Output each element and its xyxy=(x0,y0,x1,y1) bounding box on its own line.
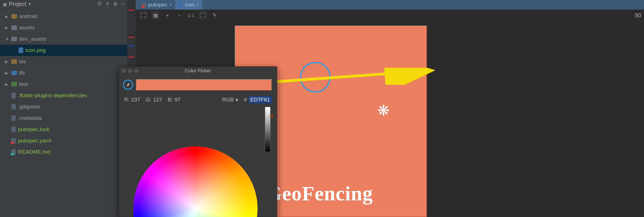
color-values-row: R:237 G:127 B:97 RGB ▾ # ED7F61 xyxy=(119,93,277,107)
img-file-icon xyxy=(179,2,183,7)
gutter-marker xyxy=(128,45,135,47)
b-label: B: xyxy=(168,97,173,103)
r-value[interactable]: 237 xyxy=(131,97,140,103)
tree-item-pubspec-yaml[interactable]: pubspec.yaml xyxy=(0,135,127,146)
zoom-readout: 50 xyxy=(635,12,644,19)
zoom-out-icon[interactable]: － xyxy=(176,12,183,19)
folder-icon xyxy=(11,71,17,75)
project-title[interactable]: Project ▼ xyxy=(3,1,95,7)
color-picker-eyedropper-icon[interactable]: ✎ xyxy=(211,12,218,19)
tree-item-lib[interactable]: ▶lib xyxy=(0,67,127,79)
file-icon xyxy=(11,115,16,121)
project-folder-icon xyxy=(3,1,7,7)
window-minimize-icon[interactable] xyxy=(128,69,132,73)
tree-disclosure-icon[interactable]: ▶ xyxy=(5,25,9,30)
folder-icon xyxy=(11,37,17,41)
tree-item-label: .metadata xyxy=(18,115,42,121)
file-icon xyxy=(11,127,16,132)
tree-item-label: test xyxy=(19,81,28,87)
project-tree: ▶android▶assets▼dev_assetsicon.png▶ios▶l… xyxy=(0,8,127,158)
tree-item-test[interactable]: ▶test xyxy=(0,79,127,90)
logo-flower-icon: ❋ xyxy=(377,102,390,119)
project-dropdown-icon: ▼ xyxy=(28,2,31,6)
gutter-marker xyxy=(128,37,135,38)
r-label: R: xyxy=(124,97,129,103)
project-title-label: Project xyxy=(9,1,26,7)
tree-item-dev-assets[interactable]: ▼dev_assets xyxy=(0,33,127,45)
g-label: G: xyxy=(146,97,152,103)
tree-item-label: android xyxy=(19,13,37,19)
tree-item-label: icon.png xyxy=(25,47,46,53)
tree-item-label: ios xyxy=(19,58,26,65)
grid-icon[interactable]: ▦ xyxy=(152,12,159,19)
tree-item-label: assets xyxy=(19,25,35,31)
tree-disclosure-icon[interactable]: ▶ xyxy=(5,82,9,86)
window-zoom-icon[interactable] xyxy=(134,69,138,73)
eyedropper-button[interactable] xyxy=(123,80,133,90)
tab-label: icon xyxy=(185,2,194,8)
tree-item--flutter-plugins-dependencies[interactable]: .flutter-plugins-dependencies xyxy=(0,90,127,101)
tree-item-ios[interactable]: ▶ios xyxy=(0,56,127,67)
color-wheel-area xyxy=(119,107,277,209)
file-icon xyxy=(11,93,16,98)
file-icon xyxy=(19,47,23,53)
editor-tabs: pubspec×icon× xyxy=(136,0,644,10)
tree-item-pubspec-lock[interactable]: pubspec.lock xyxy=(0,124,127,135)
fullscreen-icon[interactable]: ⛶ xyxy=(200,12,206,19)
tree-item-label: README.md xyxy=(18,149,50,155)
current-color-swatch xyxy=(136,79,272,90)
image-toolbar: ⛶ ▦ ＋ － 1:1 ⛶ ✎ 50 xyxy=(136,10,644,21)
yml-file-icon xyxy=(142,2,146,7)
tree-item-icon-png[interactable]: icon.png xyxy=(0,45,127,56)
color-picker-title: Color Picker xyxy=(185,68,211,74)
folder-icon xyxy=(11,25,17,30)
close-tab-icon[interactable]: × xyxy=(170,3,172,7)
color-picker-titlebar[interactable]: Color Picker xyxy=(119,67,277,75)
tree-disclosure-icon[interactable]: ▼ xyxy=(5,37,9,41)
file-icon xyxy=(11,138,16,144)
tree-item-label: pubspec.yaml xyxy=(18,138,51,144)
gutter-marker xyxy=(128,57,135,58)
editor-tab-pubspec[interactable]: pubspec× xyxy=(139,0,175,10)
close-tab-icon[interactable]: × xyxy=(196,3,199,7)
tree-item-android[interactable]: ▶android xyxy=(0,11,127,22)
folder-icon xyxy=(11,14,17,19)
tree-item--gitignore[interactable]: .gitignore xyxy=(0,101,127,112)
g-value[interactable]: 127 xyxy=(153,97,162,103)
tree-item-label: pubspec.lock xyxy=(18,126,49,133)
zoom-in-icon[interactable]: ＋ xyxy=(164,12,171,19)
brightness-slider-handle[interactable] xyxy=(269,114,273,118)
logo-text: GeoFencing xyxy=(266,182,373,205)
folder-icon xyxy=(11,82,17,86)
tree-item-label: dev_assets xyxy=(19,36,46,42)
tree-disclosure-icon[interactable]: ▶ xyxy=(5,71,9,75)
file-icon xyxy=(11,104,16,110)
gutter-marker xyxy=(128,10,135,11)
tree-item--metadata[interactable]: .metadata xyxy=(0,112,127,124)
collapse-all-icon[interactable]: ≡ xyxy=(106,1,109,7)
hex-prefix: # xyxy=(244,97,247,103)
color-picker-window[interactable]: Color Picker R:237 G:127 B:97 RGB ▾ # ED… xyxy=(119,66,277,217)
tree-disclosure-icon[interactable]: ▶ xyxy=(5,59,9,64)
eyedropper-icon xyxy=(126,82,131,87)
hide-panel-icon[interactable]: – xyxy=(122,1,124,7)
tree-item-readme-md[interactable]: README.md xyxy=(0,146,127,158)
tree-item-label: .flutter-plugins-dependencies xyxy=(18,92,87,99)
b-value[interactable]: 97 xyxy=(174,97,180,103)
locate-target-icon[interactable]: ⦿ xyxy=(97,1,102,7)
color-mode-dropdown[interactable]: RGB ▾ xyxy=(222,97,238,103)
color-mode-label: RGB xyxy=(222,97,234,103)
tree-item-assets[interactable]: ▶assets xyxy=(0,22,127,33)
window-traffic-lights[interactable] xyxy=(122,69,138,73)
editor-tab-icon[interactable]: icon× xyxy=(175,0,202,10)
hex-value[interactable]: ED7F61 xyxy=(248,96,272,103)
eyedropper-sample-indicator xyxy=(300,62,330,92)
project-header: Project ▼ ⦿ ≡ ⚙ – xyxy=(0,0,127,8)
color-wheel[interactable] xyxy=(133,146,258,217)
actual-size-button[interactable]: 1:1 xyxy=(188,13,195,18)
fit-to-window-icon[interactable]: ⛶ xyxy=(140,12,147,19)
folder-icon xyxy=(11,59,17,64)
gear-icon[interactable]: ⚙ xyxy=(113,1,118,7)
window-close-icon[interactable] xyxy=(122,69,126,73)
tree-disclosure-icon[interactable]: ▶ xyxy=(5,14,9,19)
